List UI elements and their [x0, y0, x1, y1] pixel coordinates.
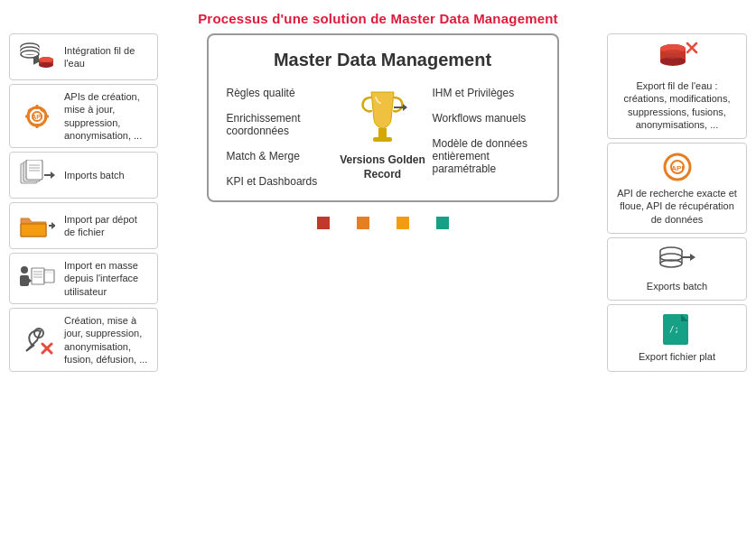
- page-title: Processus d'une solution de Master Data …: [0, 0, 756, 33]
- svg-text:/;: /;: [669, 325, 679, 334]
- right-box-export-plat: /; Export fichier plat: [607, 304, 747, 371]
- svg-rect-32: [32, 268, 44, 284]
- export-fil-label: Export fil de l'eau : créations, modific…: [615, 79, 739, 131]
- wrench-cross-icon: [17, 324, 57, 357]
- legend-teal-color: [436, 217, 449, 229]
- left-box-imports-batch: Imports batch: [9, 152, 158, 199]
- svg-rect-14: [36, 124, 39, 128]
- import-masse-label: Import en masse depuis l'interface utili…: [64, 259, 150, 298]
- mdm-trophy-area: Versions Golden Record: [333, 79, 433, 188]
- creation-label: Création, mise à jour, suppression, anon…: [64, 314, 150, 366]
- feature-workflows: Workflows manuels: [433, 112, 539, 125]
- center-column: Master Data Management Règles qualité En…: [165, 33, 600, 238]
- api-gear-icon: API: [17, 100, 57, 133]
- svg-text:API: API: [32, 114, 42, 120]
- feature-match: Match & Merge: [227, 150, 333, 162]
- svg-rect-44: [373, 137, 392, 142]
- db-arrow-right-icon: [657, 246, 698, 276]
- person-arrow-icon: [17, 264, 57, 293]
- svg-marker-46: [403, 104, 407, 111]
- svg-marker-64: [690, 254, 695, 261]
- legend-red: [317, 217, 330, 229]
- right-box-exports-batch: Exports batch: [607, 237, 747, 301]
- mdm-title: Master Data Management: [227, 50, 539, 70]
- feature-modele: Modèle de données entièrement paramétrab…: [433, 137, 539, 175]
- apis-label: APIs de création, mise à jour, suppressi…: [64, 90, 150, 142]
- left-box-import-depot: Import par dépot de fichier: [9, 202, 158, 249]
- feature-ihm: IHM et Privilèges: [433, 87, 539, 99]
- legend-red-color: [317, 217, 330, 229]
- svg-rect-22: [26, 160, 42, 180]
- mdm-inner: Règles qualité Enrichissement coordonnée…: [227, 79, 539, 188]
- folder-import-icon: [17, 211, 57, 240]
- code-file-icon: /;: [659, 312, 695, 347]
- api-circle-icon: API: [659, 151, 695, 183]
- svg-rect-13: [36, 105, 39, 109]
- integration-label: Intégration fil de l'eau: [64, 44, 150, 70]
- left-box-creation: Création, mise à jour, suppression, anon…: [9, 308, 158, 372]
- db-tools-icon: [655, 42, 700, 76]
- svg-rect-15: [25, 115, 30, 117]
- svg-text:API: API: [671, 164, 683, 172]
- left-column: Intégration fil de l'eau API: [9, 33, 158, 372]
- left-box-import-masse: Import en masse depuis l'interface utili…: [9, 253, 158, 304]
- mdm-right-features: IHM et Privilèges Workflows manuels Modè…: [433, 79, 539, 188]
- svg-rect-16: [44, 115, 49, 117]
- imports-batch-label: Imports batch: [64, 169, 125, 181]
- api-recherche-label: API de recherche exacte et floue, API de…: [615, 187, 739, 226]
- exports-batch-label: Exports batch: [647, 280, 707, 292]
- right-box-export-fil: Export fil de l'eau : créations, modific…: [607, 33, 747, 139]
- import-depot-label: Import par dépot de fichier: [64, 213, 150, 239]
- versions-label: Versions Golden Record: [333, 153, 433, 181]
- feature-enrichissement: Enrichissement coordonnées: [227, 112, 333, 137]
- main-layout: Intégration fil de l'eau API: [0, 33, 756, 372]
- legend-orange: [357, 217, 369, 229]
- svg-point-30: [21, 266, 28, 273]
- right-box-api: API API de recherche exacte et floue, AP…: [607, 143, 747, 234]
- svg-point-8: [39, 57, 53, 62]
- mdm-left-features: Règles qualité Enrichissement coordonnée…: [227, 79, 333, 188]
- svg-point-51: [660, 50, 686, 59]
- left-box-integration: Intégration fil de l'eau: [9, 33, 158, 80]
- export-plat-label: Export fichier plat: [639, 350, 715, 363]
- feature-qualite: Règles qualité: [227, 87, 333, 99]
- svg-rect-39: [45, 271, 53, 273]
- legend-yellow-color: [397, 217, 409, 229]
- legend-teal: [436, 217, 449, 229]
- database-arrows-icon: [17, 40, 57, 74]
- right-column: Export fil de l'eau : créations, modific…: [607, 33, 747, 372]
- svg-marker-27: [51, 171, 55, 179]
- svg-marker-29: [51, 222, 55, 229]
- svg-rect-43: [378, 128, 387, 137]
- svg-point-7: [39, 62, 53, 68]
- legend-yellow: [397, 217, 409, 229]
- db-import-icon: [17, 160, 57, 190]
- left-box-apis: API APIs de création, mise à jour, suppr…: [9, 84, 158, 148]
- feature-kpi: KPI et Dashboards: [227, 175, 333, 188]
- trophy-icon: [353, 85, 412, 148]
- legend-orange-color: [357, 217, 369, 229]
- mdm-box: Master Data Management Règles qualité En…: [207, 33, 559, 202]
- bottom-legend: [290, 208, 476, 238]
